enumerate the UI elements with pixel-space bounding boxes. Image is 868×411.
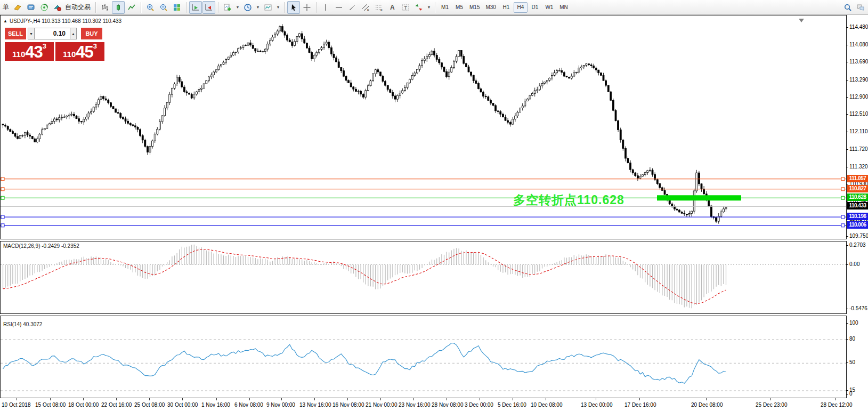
one-click-toggle-icon[interactable]: ▲: [3, 19, 7, 23]
line-chart-icon: [127, 3, 136, 12]
time-axis-tick: [380, 398, 381, 400]
time-axis[interactable]: 10 Oct 201815 Oct 08:0018 Oct 00:0022 Oc…: [0, 398, 868, 411]
sell-button[interactable]: SELL: [5, 28, 26, 39]
time-axis-label: 28 Dec 12:00: [821, 402, 853, 408]
indicators-dropdown-caret[interactable]: ▼: [234, 1, 241, 14]
tile-windows-button[interactable]: [171, 1, 183, 14]
time-axis-label: 16 Nov 08:00: [332, 402, 364, 408]
templates-button[interactable]: [262, 1, 274, 14]
buy-price-prefix: 110: [63, 50, 76, 58]
autotrading-button[interactable]: [51, 1, 64, 14]
buy-price-sup: 3: [93, 43, 97, 50]
tile-windows-icon: [173, 3, 181, 12]
timeframe-m5[interactable]: M5: [452, 2, 466, 13]
autotrading-label: 自动交易: [65, 3, 91, 12]
time-axis-label: 6 Nov 08:00: [234, 402, 263, 408]
fibonacci-tool-button[interactable]: F: [372, 1, 385, 14]
equidistant-channel-tool-button[interactable]: E: [359, 1, 372, 14]
chart-shift-button[interactable]: [202, 1, 215, 14]
text-tool-button[interactable]: A: [386, 1, 399, 14]
cursor-tool-button[interactable]: [287, 1, 300, 14]
line-chart-button[interactable]: [125, 1, 138, 14]
arrows-dropdown-caret[interactable]: ▼: [426, 1, 432, 14]
time-axis-tick: [347, 398, 348, 400]
search-icon: [843, 3, 852, 12]
volume-increase-button[interactable]: ▲: [70, 28, 77, 39]
time-axis-tick: [706, 398, 707, 400]
volume-input[interactable]: [35, 28, 70, 39]
price-tick-label: 112.510: [849, 111, 868, 117]
rsi-tick-label: 0: [849, 391, 853, 397]
time-axis-label: 28 Nov 08:00: [432, 402, 464, 408]
price-line-badge: 110.827: [847, 185, 868, 192]
time-axis-tick: [596, 398, 596, 400]
timeframe-mn[interactable]: MN: [557, 2, 571, 13]
timeframe-m1[interactable]: M1: [438, 2, 452, 13]
indicators-button[interactable]: [221, 1, 234, 14]
templates-dropdown-caret[interactable]: ▼: [275, 1, 281, 14]
svg-text:A: A: [390, 4, 395, 11]
svg-text:E: E: [367, 9, 369, 12]
price-tick-label: 114.480: [849, 24, 868, 30]
price-line-badge: 110.006: [847, 221, 868, 229]
market-watch-button[interactable]: [11, 1, 24, 14]
time-axis-label: 13 Nov 16:00: [299, 402, 331, 408]
toolbar: 单 自动交易: [0, 0, 868, 15]
macd-tick-label: -0.5476: [849, 305, 867, 311]
crosshair-tool-button[interactable]: [301, 1, 313, 14]
cursor-icon: [289, 3, 298, 12]
data-window-button[interactable]: [25, 1, 37, 14]
chat-button[interactable]: [854, 1, 867, 14]
periods-dropdown-caret[interactable]: ▼: [255, 1, 261, 14]
timeframe-d1[interactable]: D1: [528, 2, 542, 13]
price-tick-label: 113.690: [849, 59, 868, 65]
time-axis-label: 10 Oct 2018: [2, 402, 30, 408]
buy-button[interactable]: BUY: [81, 28, 102, 39]
vertical-line-tool-button[interactable]: [319, 1, 332, 14]
zoom-in-button[interactable]: [144, 1, 157, 14]
candlestick-chart-button[interactable]: [112, 1, 125, 14]
navigator-button[interactable]: [38, 1, 51, 14]
time-axis-label: 5 Dec 16:00: [498, 402, 526, 408]
time-axis-label: 17 Dec 16:00: [624, 402, 656, 408]
buy-price-box[interactable]: 110 45 3: [55, 42, 104, 61]
time-axis-tick: [835, 398, 836, 400]
time-axis-label: 23 Nov 16:00: [399, 402, 431, 408]
volume-decrease-button[interactable]: ▼: [28, 28, 35, 39]
price-line-badge: 110.196: [847, 213, 868, 220]
trendline-tool-button[interactable]: [346, 1, 359, 14]
timeframe-m15[interactable]: M15: [467, 2, 482, 13]
search-button[interactable]: [841, 1, 854, 14]
sell-price-sup: 3: [43, 43, 46, 50]
zoom-out-button[interactable]: [157, 1, 170, 14]
time-axis-label: 18 Oct 00:00: [68, 402, 99, 408]
price-tick-label: 114.080: [849, 42, 868, 47]
timeframe-m30[interactable]: M30: [483, 2, 498, 13]
zoom-in-icon: [146, 3, 155, 12]
macd-pane: MACD(12,26,9) -0.2429 -0.2352: [0, 241, 847, 314]
sell-price-box[interactable]: 110 43 3: [5, 42, 54, 61]
bar-chart-button[interactable]: [99, 1, 111, 14]
new-order-button[interactable]: 单: [1, 1, 11, 14]
timeframe-w1[interactable]: W1: [542, 2, 556, 13]
chart-header-text: USDJPY-,H4 110.313 110.468 110.302 110.4…: [10, 18, 121, 24]
time-axis-label: 21 Nov 00:00: [366, 402, 398, 408]
horizontal-line-tool-button[interactable]: [332, 1, 345, 14]
arrows-tool-button[interactable]: [412, 1, 425, 14]
price-line-badge: 111.057: [847, 175, 868, 182]
periods-button[interactable]: [241, 1, 254, 14]
fibonacci-icon: F: [375, 3, 383, 12]
timeframe-h4[interactable]: H4: [514, 2, 528, 13]
candlestick-chart-icon: [114, 3, 123, 12]
time-axis-tick: [639, 398, 640, 400]
time-axis-label: 1 Nov 16:00: [201, 402, 230, 408]
svg-text:T: T: [404, 5, 408, 10]
text-label-tool-button[interactable]: T: [399, 1, 412, 14]
time-axis-tick: [513, 398, 513, 400]
market-watch-icon: [13, 3, 22, 12]
navigator-icon: [40, 3, 48, 12]
chat-icon: [856, 3, 865, 12]
auto-scroll-button[interactable]: [189, 1, 202, 14]
timeframe-h1[interactable]: H1: [499, 2, 513, 13]
time-axis-label: 30 Oct 00:00: [167, 402, 198, 408]
